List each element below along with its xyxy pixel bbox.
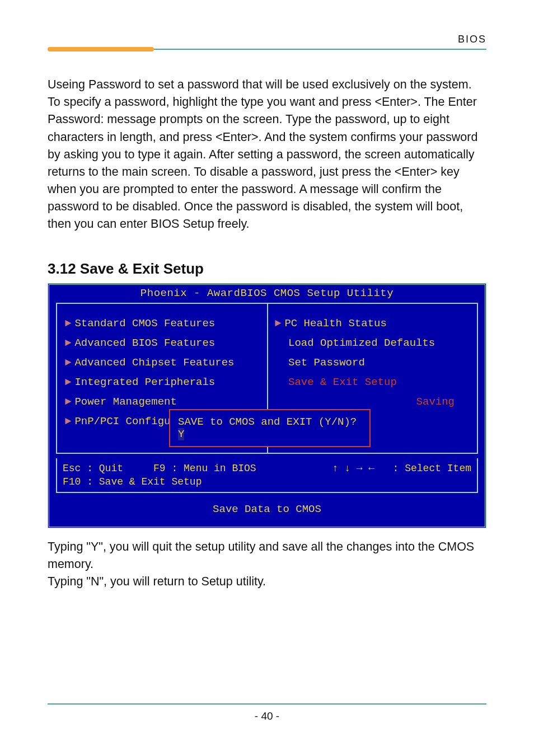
bios-menu-label: Standard CMOS Features bbox=[74, 317, 215, 330]
bios-key-hints: Esc : Quit F9 : Menu in BIOS F10 : Save … bbox=[56, 458, 478, 494]
footer-rule bbox=[48, 703, 486, 705]
triangle-right-icon: ► bbox=[65, 356, 71, 369]
bios-menu-item[interactable]: Set Password bbox=[269, 353, 467, 373]
bios-menu-item[interactable]: ►Advanced BIOS Features bbox=[65, 334, 263, 353]
bios-menu-label: Set Password bbox=[288, 356, 365, 369]
bios-menu-label: Load Optimized Defaults bbox=[288, 337, 435, 349]
bios-menu-label: Power Management bbox=[74, 396, 176, 408]
header-rule bbox=[48, 47, 486, 51]
bios-key-hints-left: Esc : Quit F9 : Menu in BIOS F10 : Save … bbox=[63, 462, 256, 489]
page-number: - 40 - bbox=[48, 710, 486, 722]
bios-menu-label: Advanced Chipset Features bbox=[74, 356, 234, 369]
triangle-right-icon: ► bbox=[65, 337, 71, 349]
page-footer: - 40 - bbox=[48, 703, 486, 722]
triangle-right-icon: ► bbox=[275, 317, 281, 330]
bios-main-panel: ►Standard CMOS Features ►Advanced BIOS F… bbox=[56, 303, 478, 454]
section-heading: 3.12 Save & Exit Setup bbox=[48, 260, 486, 278]
intro-paragraph: Useing Password to set a password that w… bbox=[48, 76, 486, 233]
bios-menu-label: PC Health Status bbox=[284, 317, 386, 330]
bios-menu-label: PnP/PCI Configura bbox=[74, 415, 183, 428]
bios-menu-item[interactable]: ►Standard CMOS Features bbox=[65, 314, 263, 334]
bios-menu-label: Integrated Peripherals bbox=[74, 376, 215, 388]
bios-dialog-prompt: SAVE to CMOS and EXIT (Y/N)? bbox=[178, 416, 357, 428]
bios-menu-label: Save & Exit Setup bbox=[288, 376, 397, 388]
bios-menu-item[interactable]: Load Optimized Defaults bbox=[269, 334, 467, 353]
header-rule-line bbox=[154, 49, 486, 50]
bios-menu-item[interactable]: ►Integrated Peripherals bbox=[65, 373, 263, 392]
bios-menu-item[interactable]: ►PC Health Status bbox=[269, 314, 467, 334]
bios-footnote: Save Data to CMOS bbox=[49, 493, 485, 519]
bios-key-hints-right: ↑ ↓ → ← : Select Item bbox=[332, 462, 471, 489]
bios-menu-item[interactable]: ►Advanced Chipset Features bbox=[65, 353, 263, 373]
triangle-right-icon: ► bbox=[65, 396, 71, 408]
after-paragraph-2: Typing "N", you will return to Setup uti… bbox=[48, 573, 486, 590]
bios-screenshot: Phoenix - AwardBIOS CMOS Setup Utility ►… bbox=[48, 283, 486, 529]
bios-save-dialog[interactable]: SAVE to CMOS and EXIT (Y/N)? Y bbox=[169, 409, 371, 447]
after-paragraph-1: Typing "Y", you will quit the setup util… bbox=[48, 538, 486, 573]
triangle-right-icon: ► bbox=[65, 415, 71, 428]
bios-menu-label: Saving bbox=[416, 396, 455, 408]
header-label: BIOS bbox=[458, 34, 486, 45]
header-rule-accent bbox=[48, 47, 154, 51]
bios-title: Phoenix - AwardBIOS CMOS Setup Utility bbox=[49, 285, 485, 303]
triangle-right-icon: ► bbox=[65, 376, 71, 388]
bios-dialog-response[interactable]: Y bbox=[178, 428, 184, 440]
triangle-right-icon: ► bbox=[65, 317, 71, 330]
bios-menu-label: Advanced BIOS Features bbox=[74, 337, 215, 349]
bios-menu-item-selected[interactable]: Save & Exit Setup bbox=[269, 373, 467, 392]
page-header: BIOS bbox=[48, 34, 486, 54]
